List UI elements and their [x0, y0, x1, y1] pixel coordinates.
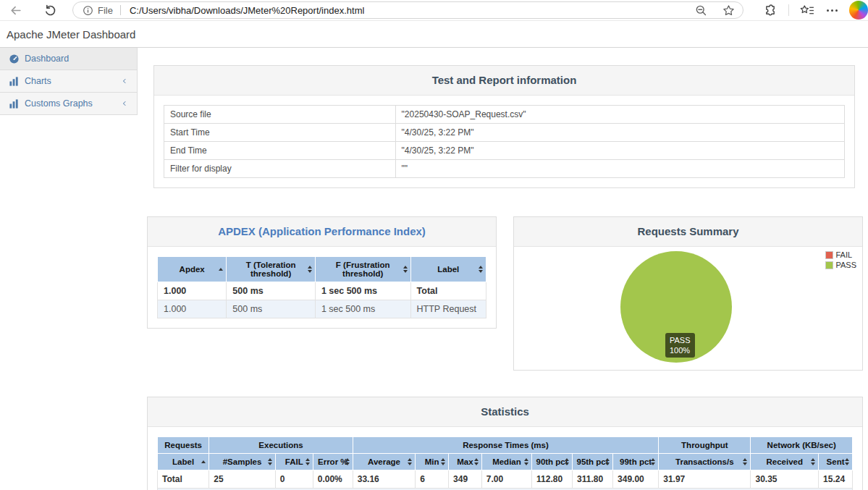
column-header[interactable]: Max — [449, 454, 482, 470]
favorite-star-icon[interactable] — [721, 3, 736, 17]
info-value: "20250430-SOAP_Request.csv" — [395, 106, 844, 124]
panel-title: Test and Report information — [432, 74, 577, 86]
page-title: Apache JMeter Dashboard — [7, 28, 135, 41]
table-header-row: Apdex T (Toleration threshold) F (Frustr… — [158, 257, 486, 282]
cell: HTTP Request — [410, 300, 486, 318]
cell: 0.00% — [313, 470, 353, 489]
column-header[interactable]: Transactions/s — [659, 454, 751, 470]
column-header[interactable]: Received — [751, 454, 819, 470]
column-header[interactable]: FAIL — [275, 454, 313, 470]
column-header[interactable]: Average — [353, 454, 416, 470]
column-header[interactable]: F (Frustration threshold) — [315, 257, 410, 282]
dashboard-icon — [7, 54, 20, 64]
cell: Total — [410, 282, 486, 300]
more-menu-icon[interactable] — [827, 9, 838, 12]
column-header[interactable]: T (Toleration threshold) — [227, 257, 316, 282]
table-row: End Time "4/30/25, 3:22 PM" — [164, 142, 845, 160]
group-header: Network (KB/sec) — [751, 437, 853, 454]
column-header[interactable]: #Samples — [209, 454, 276, 470]
cell: 15.24 — [819, 470, 853, 489]
cell: 1 sec 500 ms — [315, 282, 410, 300]
column-header[interactable]: Error % — [313, 454, 353, 470]
group-header: Requests — [158, 437, 209, 454]
group-header: Throughput — [659, 437, 751, 454]
sort-icon — [408, 458, 412, 465]
sidebar-item-customs-graphs[interactable]: Customs Graphs — [0, 93, 138, 115]
panel-heading: Requests Summary — [514, 217, 862, 247]
column-header[interactable]: Label — [158, 454, 209, 470]
column-header[interactable]: Min — [416, 454, 449, 470]
sort-icon — [441, 458, 445, 465]
pie-tooltip-value: 100% — [670, 345, 691, 355]
url-text[interactable]: C:/Users/vibha/Downloads/JMeter%20Report… — [130, 5, 364, 16]
refresh-icon[interactable] — [42, 2, 58, 18]
table-row: 1.000 500 ms 1 sec 500 ms Total — [158, 282, 486, 300]
info-label: Filter for display — [164, 160, 396, 178]
column-header[interactable]: Apdex — [158, 257, 227, 282]
divider — [788, 4, 789, 16]
cell: 500 ms — [227, 300, 316, 318]
statistics-table: Requests Executions Response Times (ms) … — [157, 436, 853, 490]
fail-swatch-icon — [825, 251, 833, 259]
pie-tooltip-label: PASS — [670, 335, 691, 345]
cell: 1.000 — [158, 282, 227, 300]
sort-icon — [651, 458, 655, 465]
copilot-icon[interactable] — [849, 1, 868, 20]
table-row: Filter for display "" — [164, 160, 845, 178]
browser-toolbar: File C:/Users/vibha/Downloads/JMeter%20R… — [0, 0, 868, 21]
chart-legend: FAIL PASS — [825, 250, 856, 269]
extensions-icon[interactable] — [762, 2, 778, 18]
column-header[interactable]: Median — [481, 454, 531, 470]
pass-swatch-icon — [825, 261, 833, 269]
test-report-info-table: Source file "20250430-SOAP_Request.csv" … — [164, 105, 845, 178]
cell: 500 ms — [227, 282, 316, 300]
zoom-out-icon[interactable] — [694, 3, 708, 17]
bar-chart-icon — [7, 98, 20, 109]
page-header: Apache JMeter Dashboard — [0, 21, 868, 48]
cell: 1.000 — [158, 300, 227, 318]
cell: 31.97 — [659, 470, 751, 489]
column-header[interactable]: Label — [410, 257, 486, 282]
sort-icon — [605, 458, 610, 465]
cell: 349.00 — [613, 470, 659, 489]
cell: Total — [158, 470, 209, 489]
column-header[interactable]: 90th pct — [532, 454, 573, 470]
apdex-table: Apdex T (Toleration threshold) F (Frustr… — [157, 256, 486, 318]
sort-icon — [268, 458, 272, 465]
sort-icon — [565, 458, 569, 465]
back-icon[interactable] — [7, 2, 23, 18]
table-header-row: Label #Samples FAIL Error % Average Min … — [158, 454, 853, 470]
cell: 33.16 — [353, 470, 416, 489]
group-header: Executions — [209, 437, 353, 454]
sort-icon — [479, 266, 483, 273]
cell: 349 — [449, 470, 482, 489]
table-row: Source file "20250430-SOAP_Request.csv" — [164, 106, 845, 124]
sort-asc-icon — [219, 268, 223, 271]
cell: 1 sec 500 ms — [315, 300, 410, 318]
apdex-panel: APDEX (Application Performance Index) Ap… — [147, 216, 497, 329]
cell: 0 — [275, 470, 313, 489]
sort-icon — [306, 458, 310, 465]
legend-label: PASS — [835, 261, 856, 269]
panel-heading: Statistics — [148, 397, 862, 427]
table-row: 1.000 500 ms 1 sec 500 ms HTTP Request — [158, 300, 486, 318]
favorites-list-icon[interactable] — [799, 2, 815, 18]
sort-icon — [403, 266, 408, 273]
column-header[interactable]: 99th pct — [613, 454, 659, 470]
legend-item-fail[interactable]: FAIL — [825, 250, 856, 259]
chevron-left-icon — [121, 77, 128, 85]
sidebar-item-charts[interactable]: Charts — [0, 70, 138, 93]
cell: 25 — [209, 470, 276, 489]
sidebar-item-dashboard[interactable]: Dashboard — [0, 48, 138, 70]
legend-item-pass[interactable]: PASS — [825, 261, 856, 269]
cell: 30.35 — [751, 470, 819, 489]
address-bar[interactable]: File C:/Users/vibha/Downloads/JMeter%20R… — [72, 1, 743, 19]
info-icon[interactable] — [82, 2, 93, 18]
column-header[interactable]: 95th pct — [573, 454, 613, 470]
cell: 311.80 — [573, 470, 613, 489]
cell: 7.00 — [481, 470, 531, 489]
info-value: "4/30/25, 3:22 PM" — [395, 142, 844, 160]
table-row: Total 25 0 0.00% 33.16 6 349 7.00 112.80… — [158, 470, 853, 489]
column-header[interactable]: Sent — [819, 454, 853, 470]
cell: 112.80 — [532, 470, 573, 489]
